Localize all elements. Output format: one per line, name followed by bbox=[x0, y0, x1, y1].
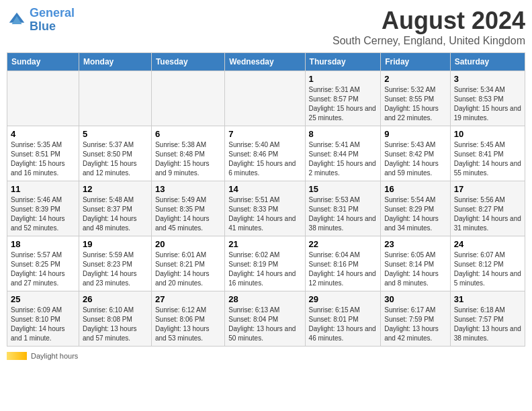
cell-info: Sunrise: 6:10 AMSunset: 8:08 PMDaylight:… bbox=[83, 306, 148, 343]
logo-line2: Blue bbox=[30, 19, 56, 33]
calendar-cell: 4Sunrise: 5:35 AMSunset: 8:51 PMDaylight… bbox=[7, 126, 79, 181]
cell-info: Sunrise: 5:35 AMSunset: 8:51 PMDaylight:… bbox=[11, 140, 75, 178]
calendar-cell: 8Sunrise: 5:41 AMSunset: 8:44 PMDaylight… bbox=[305, 126, 381, 181]
cell-day-number: 6 bbox=[155, 129, 221, 139]
calendar-cell: 31Sunrise: 6:18 AMSunset: 7:57 PMDayligh… bbox=[450, 291, 525, 347]
cell-day-number: 24 bbox=[454, 239, 521, 249]
cell-day-number: 28 bbox=[228, 294, 301, 304]
calendar-cell: 1Sunrise: 5:31 AMSunset: 8:57 PMDaylight… bbox=[305, 71, 381, 126]
cell-info: Sunrise: 5:40 AMSunset: 8:46 PMDaylight:… bbox=[228, 140, 301, 178]
calendar-cell: 30Sunrise: 6:17 AMSunset: 7:59 PMDayligh… bbox=[381, 291, 450, 347]
header: General Blue August 2024 South Cerney, E… bbox=[7, 7, 525, 47]
calendar-cell: 22Sunrise: 6:04 AMSunset: 8:16 PMDayligh… bbox=[305, 236, 381, 291]
cell-info: Sunrise: 6:01 AMSunset: 8:21 PMDaylight:… bbox=[155, 250, 221, 288]
cell-day-number: 5 bbox=[83, 129, 148, 139]
cell-day-number: 14 bbox=[228, 184, 301, 194]
calendar-cell: 5Sunrise: 5:37 AMSunset: 8:50 PMDaylight… bbox=[79, 126, 151, 181]
calendar-cell: 21Sunrise: 6:02 AMSunset: 8:19 PMDayligh… bbox=[225, 236, 305, 291]
calendar-week-row: 1Sunrise: 5:31 AMSunset: 8:57 PMDaylight… bbox=[7, 71, 525, 126]
calendar-week-row: 25Sunrise: 6:09 AMSunset: 8:10 PMDayligh… bbox=[7, 291, 525, 347]
calendar-cell: 12Sunrise: 5:48 AMSunset: 8:37 PMDayligh… bbox=[79, 181, 151, 236]
cell-day-number: 29 bbox=[309, 294, 378, 304]
calendar-cell: 17Sunrise: 5:56 AMSunset: 8:27 PMDayligh… bbox=[450, 181, 525, 236]
calendar-cell bbox=[225, 71, 305, 126]
cell-info: Sunrise: 5:41 AMSunset: 8:44 PMDaylight:… bbox=[309, 140, 378, 178]
cell-day-number: 31 bbox=[454, 294, 521, 304]
cell-info: Sunrise: 6:04 AMSunset: 8:16 PMDaylight:… bbox=[309, 250, 378, 288]
cell-day-number: 2 bbox=[384, 74, 446, 84]
title-area: August 2024 South Cerney, England, Unite… bbox=[332, 7, 525, 47]
cell-info: Sunrise: 6:17 AMSunset: 7:59 PMDaylight:… bbox=[384, 306, 446, 343]
page-title: August 2024 bbox=[332, 7, 525, 35]
cell-info: Sunrise: 5:34 AMSunset: 8:53 PMDaylight:… bbox=[454, 85, 521, 123]
calendar-cell: 11Sunrise: 5:46 AMSunset: 8:39 PMDayligh… bbox=[7, 181, 79, 236]
cell-info: Sunrise: 6:13 AMSunset: 8:04 PMDaylight:… bbox=[228, 306, 301, 343]
cell-info: Sunrise: 6:15 AMSunset: 8:01 PMDaylight:… bbox=[309, 306, 378, 343]
cell-day-number: 9 bbox=[384, 129, 446, 139]
cell-info: Sunrise: 6:02 AMSunset: 8:19 PMDaylight:… bbox=[228, 250, 301, 288]
calendar-day-header: Tuesday bbox=[151, 53, 224, 71]
calendar-table: SundayMondayTuesdayWednesdayThursdayFrid… bbox=[7, 52, 525, 347]
calendar-cell: 15Sunrise: 5:53 AMSunset: 8:31 PMDayligh… bbox=[305, 181, 381, 236]
cell-day-number: 10 bbox=[454, 129, 521, 139]
calendar-cell: 14Sunrise: 5:51 AMSunset: 8:33 PMDayligh… bbox=[225, 181, 305, 236]
cell-day-number: 18 bbox=[11, 239, 75, 249]
calendar-day-header: Saturday bbox=[450, 53, 525, 71]
cell-info: Sunrise: 6:07 AMSunset: 8:12 PMDaylight:… bbox=[454, 250, 521, 288]
calendar-week-row: 11Sunrise: 5:46 AMSunset: 8:39 PMDayligh… bbox=[7, 181, 525, 236]
cell-day-number: 15 bbox=[309, 184, 378, 194]
cell-day-number: 26 bbox=[83, 294, 148, 304]
calendar-cell bbox=[79, 71, 151, 126]
daylight-label: Daylight hours bbox=[31, 352, 78, 360]
cell-day-number: 19 bbox=[83, 239, 148, 249]
cell-day-number: 8 bbox=[309, 129, 378, 139]
calendar-cell: 19Sunrise: 5:59 AMSunset: 8:23 PMDayligh… bbox=[79, 236, 151, 291]
footer: Daylight hours bbox=[7, 352, 525, 360]
calendar-day-header: Thursday bbox=[305, 53, 381, 71]
logo-icon bbox=[7, 10, 27, 30]
calendar-day-header: Friday bbox=[381, 53, 450, 71]
cell-info: Sunrise: 6:18 AMSunset: 7:57 PMDaylight:… bbox=[454, 306, 521, 343]
daylight-bar-icon bbox=[7, 352, 27, 360]
cell-info: Sunrise: 5:43 AMSunset: 8:42 PMDaylight:… bbox=[384, 140, 446, 178]
calendar-cell: 24Sunrise: 6:07 AMSunset: 8:12 PMDayligh… bbox=[450, 236, 525, 291]
cell-day-number: 13 bbox=[155, 184, 221, 194]
calendar-cell: 13Sunrise: 5:49 AMSunset: 8:35 PMDayligh… bbox=[151, 181, 224, 236]
calendar-cell: 7Sunrise: 5:40 AMSunset: 8:46 PMDaylight… bbox=[225, 126, 305, 181]
logo-text: General Blue bbox=[30, 7, 75, 34]
calendar-cell: 23Sunrise: 6:05 AMSunset: 8:14 PMDayligh… bbox=[381, 236, 450, 291]
cell-info: Sunrise: 5:57 AMSunset: 8:25 PMDaylight:… bbox=[11, 250, 75, 288]
cell-info: Sunrise: 5:49 AMSunset: 8:35 PMDaylight:… bbox=[155, 195, 221, 233]
logo-line1: General bbox=[30, 6, 75, 19]
calendar-cell: 2Sunrise: 5:32 AMSunset: 8:55 PMDaylight… bbox=[381, 71, 450, 126]
cell-info: Sunrise: 5:51 AMSunset: 8:33 PMDaylight:… bbox=[228, 195, 301, 233]
calendar-cell: 29Sunrise: 6:15 AMSunset: 8:01 PMDayligh… bbox=[305, 291, 381, 347]
cell-day-number: 12 bbox=[83, 184, 148, 194]
calendar-cell: 6Sunrise: 5:38 AMSunset: 8:48 PMDaylight… bbox=[151, 126, 224, 181]
cell-info: Sunrise: 5:37 AMSunset: 8:50 PMDaylight:… bbox=[83, 140, 148, 178]
calendar-cell: 28Sunrise: 6:13 AMSunset: 8:04 PMDayligh… bbox=[225, 291, 305, 347]
calendar-cell: 16Sunrise: 5:54 AMSunset: 8:29 PMDayligh… bbox=[381, 181, 450, 236]
cell-day-number: 1 bbox=[309, 74, 378, 84]
calendar-week-row: 18Sunrise: 5:57 AMSunset: 8:25 PMDayligh… bbox=[7, 236, 525, 291]
calendar-week-row: 4Sunrise: 5:35 AMSunset: 8:51 PMDaylight… bbox=[7, 126, 525, 181]
calendar-cell: 25Sunrise: 6:09 AMSunset: 8:10 PMDayligh… bbox=[7, 291, 79, 347]
cell-info: Sunrise: 5:46 AMSunset: 8:39 PMDaylight:… bbox=[11, 195, 75, 233]
calendar-day-header: Wednesday bbox=[225, 53, 305, 71]
cell-info: Sunrise: 5:48 AMSunset: 8:37 PMDaylight:… bbox=[83, 195, 148, 233]
calendar-cell bbox=[151, 71, 224, 126]
calendar-cell: 10Sunrise: 5:45 AMSunset: 8:41 PMDayligh… bbox=[450, 126, 525, 181]
cell-day-number: 27 bbox=[155, 294, 221, 304]
cell-info: Sunrise: 5:59 AMSunset: 8:23 PMDaylight:… bbox=[83, 250, 148, 288]
cell-day-number: 4 bbox=[11, 129, 75, 139]
cell-day-number: 30 bbox=[384, 294, 446, 304]
calendar-cell: 26Sunrise: 6:10 AMSunset: 8:08 PMDayligh… bbox=[79, 291, 151, 347]
cell-info: Sunrise: 5:56 AMSunset: 8:27 PMDaylight:… bbox=[454, 195, 521, 233]
calendar-day-header: Sunday bbox=[7, 53, 79, 71]
cell-info: Sunrise: 6:12 AMSunset: 8:06 PMDaylight:… bbox=[155, 306, 221, 343]
logo: General Blue bbox=[7, 7, 75, 34]
cell-day-number: 17 bbox=[454, 184, 521, 194]
calendar-cell: 20Sunrise: 6:01 AMSunset: 8:21 PMDayligh… bbox=[151, 236, 224, 291]
cell-day-number: 25 bbox=[11, 294, 75, 304]
calendar-cell bbox=[7, 71, 79, 126]
